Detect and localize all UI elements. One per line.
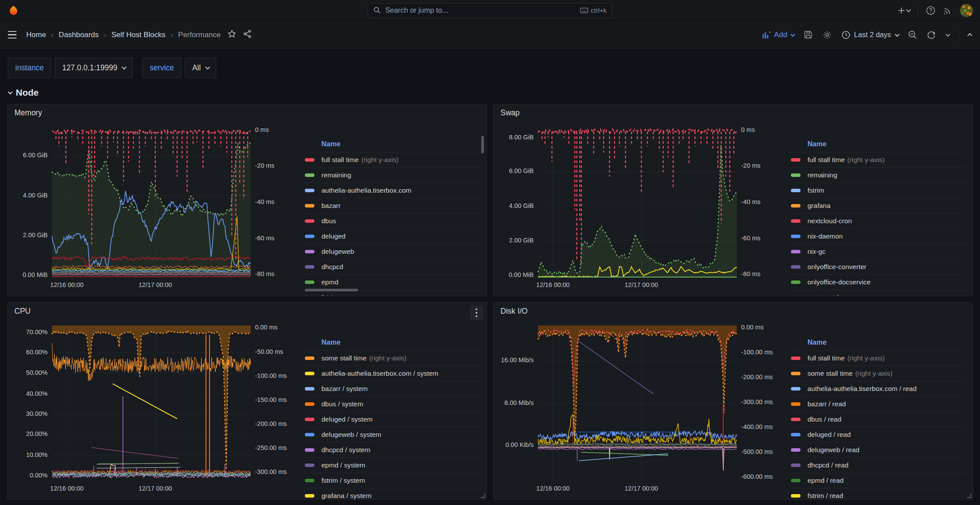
help-button[interactable]	[926, 6, 935, 15]
legend-vertical-scrollbar[interactable]	[481, 136, 484, 153]
panel-resize-handle[interactable]	[967, 494, 971, 498]
grafana-logo[interactable]	[7, 4, 20, 17]
add-panel-button[interactable]: Add	[762, 31, 794, 39]
save-dashboard-button[interactable]	[804, 30, 813, 39]
legend-item[interactable]: delugeweb	[305, 244, 480, 259]
share-button[interactable]	[243, 30, 252, 40]
dashboard-settings-button[interactable]	[822, 30, 832, 40]
menu-toggle-button[interactable]	[8, 31, 17, 39]
news-button[interactable]	[943, 6, 952, 15]
legend-item[interactable]: full stall time(right y-axis)	[791, 152, 966, 168]
legend-item[interactable]: nix-daemon	[791, 229, 966, 244]
chevron-down-icon	[895, 31, 900, 36]
zoom-out-button[interactable]	[908, 30, 917, 39]
series-label: full stall time	[807, 354, 845, 362]
chart-canvas[interactable]	[496, 319, 782, 497]
chart-canvas[interactable]	[10, 319, 296, 497]
series-label: nix-daemon	[807, 232, 843, 240]
legend-item[interactable]: dbus / read	[791, 412, 966, 427]
new-menu-button[interactable]	[898, 7, 910, 14]
series-color-pill	[791, 280, 801, 284]
legend-item[interactable]: bazarr / system	[305, 381, 480, 397]
legend-item[interactable]: some stall time(right y-axis)	[791, 366, 966, 381]
time-range-picker[interactable]: Last 2 days	[842, 31, 898, 39]
legend-item[interactable]: deluged / read	[791, 427, 966, 443]
share-icon	[243, 30, 252, 38]
panel-menu-button[interactable]	[470, 305, 483, 320]
legend-item[interactable]: dhcpcd / read	[791, 458, 966, 473]
panel-title[interactable]: Swap	[500, 108, 520, 118]
legend-item[interactable]: dhcpcd	[305, 259, 480, 275]
time-series-chart[interactable]: 0.00 Kib/s8.00 Mib/s16.00 Mib/s0.00 ms-1…	[496, 319, 782, 497]
variable-instance-select[interactable]: 127.0.0.1:19999	[55, 58, 133, 78]
legend-item[interactable]: dbus	[305, 214, 480, 229]
legend-item[interactable]: delugeweb / system	[305, 427, 480, 443]
panel-title[interactable]: Memory	[14, 108, 42, 118]
legend-item[interactable]: postgresql	[791, 290, 966, 296]
legend-item[interactable]: authelia-authelia.tiserbox.com	[305, 183, 480, 198]
series-color-pill	[305, 448, 314, 452]
legend-item[interactable]: authelia-authelia.tiserbox.com / system	[305, 366, 480, 381]
legend-horizontal-scrollbar[interactable]	[305, 289, 358, 291]
user-avatar[interactable]	[960, 4, 973, 17]
legend-item[interactable]: some stall time(right y-axis)	[305, 351, 480, 366]
legend-item[interactable]: epmd	[305, 275, 480, 290]
favorite-star-button[interactable]	[228, 30, 236, 40]
refresh-button[interactable]	[927, 30, 936, 39]
legend-item[interactable]: grafana	[791, 198, 966, 214]
legend-item[interactable]: nix-gc	[791, 244, 966, 259]
y-axis-right-tick: -200.00 ms	[741, 374, 773, 380]
time-series-chart[interactable]: 0.00 MiB2.00 GiB4.00 GiB6.00 GiB0 ms-20 …	[10, 121, 296, 293]
series-label: postgresql	[807, 294, 839, 296]
y-axis-right-tick: -40 ms	[255, 198, 274, 205]
legend-item[interactable]: remaining	[305, 168, 480, 183]
x-axis-tick: 12/16 00:00	[47, 485, 87, 492]
legend-item[interactable]: deluged / system	[305, 412, 480, 427]
legend-item[interactable]: epmd / system	[305, 458, 480, 473]
global-search-input[interactable]: Search or jump to... ctrl+k	[368, 3, 612, 18]
legend-item[interactable]: dhcpcd / system	[305, 443, 480, 458]
row-node-header[interactable]: Node	[8, 87, 972, 98]
legend-name-header[interactable]: Name	[791, 339, 966, 351]
time-series-chart[interactable]: 0.00%10.00%20.00%30.00%40.00%50.00%60.00…	[10, 319, 296, 497]
panel-resize-handle[interactable]	[481, 494, 485, 498]
chart-canvas[interactable]	[10, 121, 296, 293]
legend-item[interactable]: fstrim / read	[791, 488, 966, 500]
breadcrumb-folder[interactable]: Self Host Blocks	[111, 31, 166, 39]
divider	[918, 5, 918, 16]
legend-item[interactable]: fstrim / system	[305, 473, 480, 488]
legend-item[interactable]: deluged	[305, 229, 480, 244]
time-series-chart[interactable]: 0.00 MiB2.00 GiB4.00 GiB6.00 GiB8.00 GiB…	[496, 121, 782, 293]
legend-item[interactable]: onlyoffice-docservice	[791, 275, 966, 290]
variable-service-select[interactable]: All	[185, 58, 216, 78]
legend-item[interactable]: delugeweb / read	[791, 443, 966, 458]
chevron-down-icon	[121, 65, 126, 69]
legend-name-header[interactable]: Name	[305, 140, 480, 152]
legend-item[interactable]: full stall time(right y-axis)	[305, 152, 480, 168]
series-label: epmd / system	[321, 461, 366, 469]
panel-title[interactable]: CPU	[14, 307, 31, 316]
legend-item[interactable]: remaining	[791, 168, 966, 183]
legend-item[interactable]: epmd / read	[791, 473, 966, 488]
legend-name-header[interactable]: Name	[791, 140, 966, 152]
legend-item[interactable]: dbus / system	[305, 397, 480, 412]
refresh-interval-chevron-icon[interactable]	[945, 31, 950, 36]
variable-instance-label: instance	[8, 58, 51, 78]
legend-item[interactable]: fstrim	[791, 183, 966, 198]
legend-item[interactable]: bazarr	[305, 198, 480, 214]
legend-item[interactable]: nextcloud-cron	[791, 214, 966, 229]
panel-title[interactable]: Disk I/O	[500, 307, 528, 316]
legend-item[interactable]: bazarr / read	[791, 397, 966, 412]
legend-item[interactable]: grafana / system	[305, 488, 480, 500]
x-axis-tick: 12/16 00:00	[533, 485, 573, 492]
legend-item[interactable]: authelia-authelia.tiserbox.com / read	[791, 381, 966, 397]
breadcrumb-dashboards[interactable]: Dashboards	[59, 31, 99, 39]
x-axis-tick: 12/17 00:00	[621, 281, 662, 288]
series-label: grafana / system	[321, 492, 372, 500]
collapse-toolbar-icon[interactable]	[967, 33, 972, 38]
breadcrumb-home[interactable]: Home	[26, 31, 46, 39]
legend-item[interactable]: onlyoffice-converter	[791, 259, 966, 275]
legend-item[interactable]: full stall time(right y-axis)	[791, 351, 966, 366]
legend-name-header[interactable]: Name	[305, 339, 480, 351]
chart-canvas[interactable]	[496, 121, 782, 293]
